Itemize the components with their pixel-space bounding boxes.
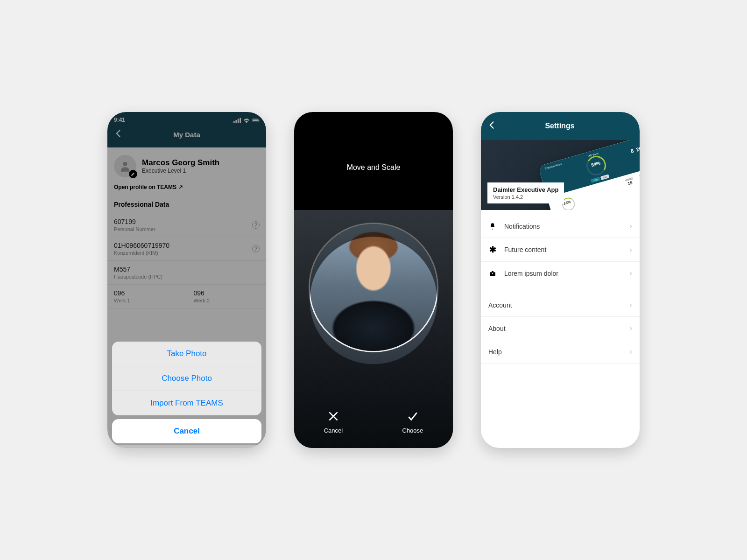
svg-rect-10	[492, 273, 493, 274]
settings-item-about[interactable]: About ›	[481, 317, 640, 340]
settings-item-help[interactable]: Help ›	[481, 340, 640, 364]
item-label: Lorem ipsum dolor	[504, 270, 622, 277]
screen-move-scale: Move and Scale Cancel Choose	[294, 112, 453, 448]
cancel-label: Cancel	[324, 427, 343, 434]
item-label: Account	[488, 301, 622, 309]
hero-banner: External Hires MB Vans 54% 8 26 YAO Ola …	[481, 140, 640, 210]
page-title: Settings	[486, 122, 633, 130]
chevron-right-icon: ›	[629, 245, 632, 255]
choose-button[interactable]: Choose	[402, 410, 423, 434]
choose-photo-button[interactable]: Choose Photo	[112, 366, 261, 391]
screen-my-data: 9:41 My Data	[107, 112, 266, 448]
app-version: Version 1.4.2	[493, 194, 558, 200]
settings-item-account[interactable]: Account ›	[481, 294, 640, 317]
asterisk-icon: ✱	[488, 245, 497, 255]
import-teams-button[interactable]: Import From TEAMS	[112, 391, 261, 415]
settings-list: Notifications › ✱ Future content › Lorem…	[481, 210, 640, 364]
page-title: Move and Scale	[294, 112, 453, 172]
chevron-right-icon: ›	[629, 300, 632, 310]
bell-icon	[488, 223, 497, 230]
chevron-right-icon: ›	[629, 221, 632, 231]
item-label: Notifications	[504, 223, 622, 230]
chevron-right-icon: ›	[629, 268, 632, 278]
photo-action-sheet: Take Photo Choose Photo Import From TEAM…	[112, 342, 261, 443]
briefcase-icon	[488, 270, 497, 277]
chevron-right-icon: ›	[629, 323, 632, 333]
cancel-button[interactable]: Cancel	[324, 410, 343, 434]
app-name: Daimler Executive App	[493, 186, 558, 193]
app-version-card: Daimler Executive App Version 1.4.2	[487, 182, 564, 203]
item-label: Future content	[504, 246, 622, 253]
chevron-right-icon: ›	[629, 347, 632, 357]
close-icon	[327, 410, 339, 422]
screen-settings: Settings External Hires MB Vans 54% 8 26…	[481, 112, 640, 448]
header: Settings	[481, 112, 640, 140]
settings-item-future[interactable]: ✱ Future content ›	[481, 238, 640, 262]
settings-item-notifications[interactable]: Notifications ›	[481, 215, 640, 238]
check-icon	[407, 410, 419, 422]
choose-label: Choose	[402, 427, 423, 434]
item-label: Help	[488, 348, 622, 356]
svg-rect-9	[492, 271, 493, 272]
cancel-button[interactable]: Cancel	[112, 419, 261, 443]
take-photo-button[interactable]: Take Photo	[112, 342, 261, 366]
settings-item-lorem[interactable]: Lorem ipsum dolor ›	[481, 262, 640, 285]
item-label: About	[488, 325, 622, 332]
